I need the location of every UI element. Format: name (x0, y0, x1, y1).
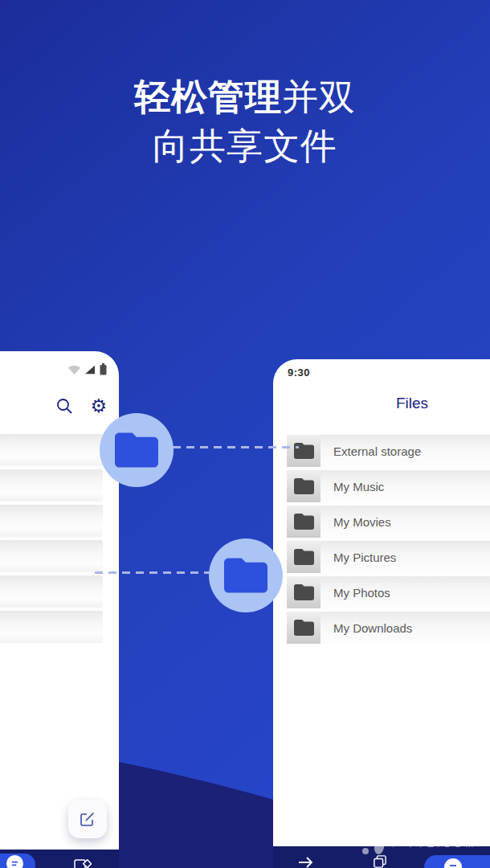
skeleton-list-row[interactable] (0, 505, 103, 537)
skeleton-list-row[interactable] (0, 469, 103, 502)
folder-label: My Music (333, 480, 384, 493)
search-icon[interactable] (56, 398, 73, 415)
watermark-brand: 七叶子 (408, 812, 477, 836)
folder-icon-box (287, 470, 321, 502)
watermark: 七叶子 7YZ.COM (358, 812, 477, 857)
right-phone-mockup: 9:30 Files External storage My Music My … (273, 359, 490, 868)
compose-fab-button[interactable] (68, 800, 107, 838)
settings-icon[interactable]: ⚙ (90, 397, 107, 415)
title-line-2: 向共享文件 (0, 121, 490, 170)
nav-files-active-pill[interactable] (424, 855, 490, 868)
files-tab-icon (444, 858, 462, 868)
folder-row[interactable]: My Pictures (287, 541, 490, 573)
folder-icon (294, 514, 314, 530)
title-bold-part: 轻松管理 (134, 76, 282, 117)
left-phone-mockup: ⚙ (0, 351, 119, 868)
files-header-title: Files (273, 395, 490, 412)
forward-arrow-icon[interactable] (298, 857, 314, 868)
skeleton-list (0, 434, 103, 646)
folder-icon (294, 584, 314, 600)
folder-label: My Photos (333, 586, 390, 600)
toolbar: ⚙ (56, 397, 107, 415)
promo-screen: 轻松管理并双 向共享文件 ⚙ (0, 0, 490, 868)
files-tab-icon (6, 855, 23, 868)
folder-label: External storage (333, 444, 421, 458)
folder-label: My Downloads (333, 621, 412, 635)
battery-icon (100, 363, 107, 375)
folder-row[interactable]: My Downloads (287, 612, 490, 644)
page-title: 轻松管理并双 向共享文件 (0, 72, 490, 170)
left-bottom-nav (0, 850, 119, 868)
folder-label: My Movies (333, 515, 391, 529)
folder-icon (294, 443, 314, 459)
skeleton-list-row[interactable] (0, 575, 103, 608)
folder-row[interactable]: My Movies (287, 506, 490, 538)
devices-icon[interactable] (373, 855, 387, 868)
status-bar (68, 363, 107, 375)
folder-row[interactable]: My Music (287, 470, 490, 502)
signal-icon (84, 365, 96, 375)
folder-bubble-top (100, 413, 174, 487)
folder-icon-box (287, 612, 321, 644)
media-library-icon[interactable] (74, 859, 92, 868)
compose-icon (80, 811, 96, 827)
watermark-text: 七叶子 7YZ.COM (408, 812, 477, 850)
folder-icon-box (287, 541, 321, 573)
folder-icon (224, 558, 267, 593)
folder-list: External storage My Music My Movies My P… (287, 435, 490, 647)
folder-row[interactable]: External storage (287, 435, 490, 467)
folder-row[interactable]: My Photos (287, 576, 490, 608)
wifi-icon (68, 365, 80, 375)
nav-files-active-pill[interactable] (0, 854, 35, 868)
transfer-dashed-line-bottom (95, 571, 210, 574)
folder-icon (294, 549, 314, 565)
folder-label: My Pictures (333, 551, 396, 564)
folder-icon-box (287, 435, 321, 467)
skeleton-list-row[interactable] (0, 540, 103, 572)
watermark-leaf-logo (358, 812, 403, 857)
watermark-domain: 7YZ.COM (408, 837, 477, 850)
folder-icon-box (287, 506, 321, 538)
title-regular-part: 并双 (282, 76, 356, 117)
folder-bubble-bottom (209, 538, 283, 612)
folder-icon-box (287, 576, 321, 608)
folder-icon (294, 620, 314, 636)
status-time: 9:30 (288, 366, 310, 379)
title-line-1: 轻松管理并双 (0, 72, 490, 121)
transfer-dashed-line-top (173, 446, 299, 448)
skeleton-list-row[interactable] (0, 611, 103, 643)
skeleton-list-row[interactable] (0, 434, 103, 466)
folder-icon (294, 478, 314, 494)
folder-icon (115, 432, 158, 468)
